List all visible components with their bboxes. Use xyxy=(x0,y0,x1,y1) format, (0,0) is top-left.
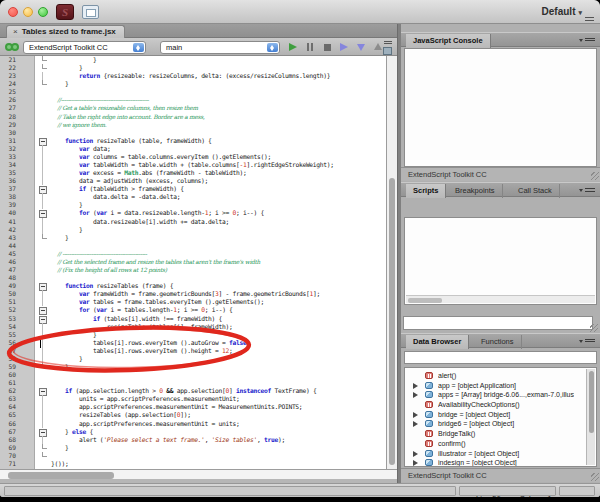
editor-vertical-scrollbar[interactable] xyxy=(386,56,397,469)
step-out-icon[interactable] xyxy=(374,43,382,50)
code-text[interactable]: //--------------------------------------… xyxy=(51,96,386,104)
fold-marker-icon[interactable] xyxy=(35,64,51,72)
code-text[interactable]: for (var i = tables.length-1; i >= 0; i-… xyxy=(51,306,386,314)
fold-marker-icon[interactable] xyxy=(35,161,51,169)
line-number[interactable]: 44 xyxy=(0,242,35,250)
fold-marker-icon[interactable] xyxy=(35,444,51,452)
line-number[interactable]: 48 xyxy=(0,274,35,282)
code-text[interactable]: var columns = table.columns.everyItem ()… xyxy=(51,153,386,161)
code-text[interactable]: data.delta = -data.delta; xyxy=(51,193,386,201)
code-text[interactable]: var frameWidth = frame.geometricBounds[3… xyxy=(51,290,386,298)
line-number[interactable]: 54 xyxy=(0,323,35,331)
fold-marker-icon[interactable] xyxy=(35,113,51,121)
fold-marker-icon[interactable] xyxy=(35,331,51,339)
pause-icon[interactable] xyxy=(307,43,314,51)
line-number[interactable]: 70 xyxy=(0,452,35,460)
code-text[interactable]: } xyxy=(51,444,386,452)
code-text[interactable]: } xyxy=(51,234,386,242)
line-number[interactable]: 33 xyxy=(0,153,35,161)
code-text[interactable]: resizeTables (app.selection[0]); xyxy=(51,411,386,419)
data-browser-row[interactable]: apps = [Array] bridge-6.06...,exman-7.0,… xyxy=(405,390,586,400)
code-text[interactable]: tables[i].rows.everyItem ().height = 12; xyxy=(51,347,386,355)
code-text[interactable]: app.scriptPreferences.measurementUnit = … xyxy=(51,420,386,428)
data-browser-tree[interactable]: alert() app = [object Application] apps … xyxy=(404,367,597,467)
data-browser-row[interactable]: confirm() xyxy=(405,439,586,449)
code-text[interactable] xyxy=(51,274,386,282)
line-number[interactable]: 67 xyxy=(0,428,35,436)
line-number[interactable]: 42 xyxy=(0,226,35,234)
fold-marker-icon[interactable] xyxy=(35,218,51,226)
code-text[interactable]: return {resizeable: resizeColumns, delta… xyxy=(51,72,386,80)
fold-marker-icon[interactable] xyxy=(35,88,51,96)
fold-marker-icon[interactable] xyxy=(35,80,51,88)
fold-marker-icon[interactable] xyxy=(35,234,51,242)
resize-grip-icon[interactable] xyxy=(591,473,599,481)
editor-panel-menu-icon[interactable] xyxy=(382,41,393,53)
line-number[interactable]: 24 xyxy=(0,80,35,88)
code-text[interactable] xyxy=(51,452,386,460)
panel-menu-icon[interactable] xyxy=(585,339,595,344)
tab-functions[interactable]: Functions xyxy=(474,335,522,349)
data-browser-row[interactable]: app = [object Application] xyxy=(405,381,586,391)
fold-marker-icon[interactable] xyxy=(35,460,51,468)
line-number[interactable]: 49 xyxy=(0,282,35,290)
fold-marker-icon[interactable] xyxy=(35,72,51,80)
fold-marker-icon[interactable] xyxy=(35,436,51,444)
line-number[interactable]: 62 xyxy=(0,387,35,395)
fold-marker-icon[interactable] xyxy=(35,306,51,314)
fold-marker-icon[interactable] xyxy=(35,169,51,177)
line-number[interactable]: 32 xyxy=(0,145,35,153)
tab-breakpoints[interactable]: Breakpoints xyxy=(448,184,503,198)
code-text[interactable] xyxy=(51,88,386,96)
code-text[interactable]: } xyxy=(51,56,386,64)
code-text[interactable]: var tables = frame.tables.everyItem ().g… xyxy=(51,298,386,306)
code-text[interactable]: units = app.scriptPreferences.measuremen… xyxy=(51,395,386,403)
fold-marker-icon[interactable] xyxy=(35,137,51,145)
line-number[interactable]: 64 xyxy=(0,403,35,411)
run-icon[interactable] xyxy=(289,43,297,51)
line-number[interactable]: 37 xyxy=(0,185,35,193)
panel-menu-icon[interactable] xyxy=(585,38,595,43)
code-text[interactable] xyxy=(51,129,386,137)
disclosure-triangle-icon[interactable] xyxy=(413,412,418,418)
fold-marker-icon[interactable] xyxy=(35,96,51,104)
title-bar[interactable]: S Default▾ xyxy=(0,0,600,24)
disclosure-triangle-icon[interactable] xyxy=(413,451,418,457)
fold-marker-icon[interactable] xyxy=(35,371,51,379)
zoom-traffic-light[interactable] xyxy=(38,7,48,17)
fold-marker-icon[interactable] xyxy=(35,185,51,193)
data-browser-row[interactable]: bridge6 = [object Object] xyxy=(405,419,586,429)
line-number[interactable]: 38 xyxy=(0,193,35,201)
code-text[interactable] xyxy=(51,242,386,250)
fold-marker-icon[interactable] xyxy=(35,274,51,282)
code-text[interactable]: data.resizeable[i].width += data.delta; xyxy=(51,218,386,226)
line-number[interactable]: 35 xyxy=(0,169,35,177)
fold-marker-icon[interactable] xyxy=(35,428,51,436)
scrollbar-thumb[interactable] xyxy=(389,178,395,465)
code-text[interactable]: if (tableWidth > frameWidth) { xyxy=(51,185,386,193)
code-text[interactable]: var tableWidth = table.width + (table.co… xyxy=(51,161,386,169)
scripts-search-input[interactable] xyxy=(403,316,593,330)
line-number[interactable]: 28 xyxy=(0,113,35,121)
fold-marker-icon[interactable] xyxy=(35,193,51,201)
resize-grip-icon[interactable] xyxy=(591,172,599,180)
target-app-dropdown[interactable]: ExtendScript Toolkit CC xyxy=(23,41,146,54)
code-text[interactable]: // Get a table's resizeable columns, the… xyxy=(51,104,386,112)
code-text[interactable]: }()); xyxy=(51,460,386,468)
code-text[interactable]: function resizeTables (frame) { xyxy=(51,282,386,290)
line-number[interactable]: 47 xyxy=(0,266,35,274)
stop-icon[interactable] xyxy=(324,44,331,51)
code-text[interactable]: // Take the right edge into account. Bor… xyxy=(51,113,386,121)
line-number[interactable]: 61 xyxy=(0,379,35,387)
tab-data-browser[interactable]: Data Browser xyxy=(406,335,469,349)
code-text[interactable]: for (var i = data.resizeable.length-1; i… xyxy=(51,209,386,217)
code-text[interactable]: function resizeTable (table, frameWidth)… xyxy=(51,137,386,145)
line-number[interactable]: 36 xyxy=(0,177,35,185)
disclosure-triangle-icon[interactable] xyxy=(413,421,418,427)
line-number[interactable]: 34 xyxy=(0,161,35,169)
scripts-horizontal-scrollbar[interactable] xyxy=(406,295,595,303)
code-text[interactable]: // (Fix the height of all rows at 12 poi… xyxy=(51,266,386,274)
panel-menu-icon[interactable] xyxy=(585,188,595,193)
code-text[interactable]: tables[i].rows.everyItem ().autoGrow = f… xyxy=(51,339,386,347)
code-text[interactable]: } xyxy=(51,331,386,339)
